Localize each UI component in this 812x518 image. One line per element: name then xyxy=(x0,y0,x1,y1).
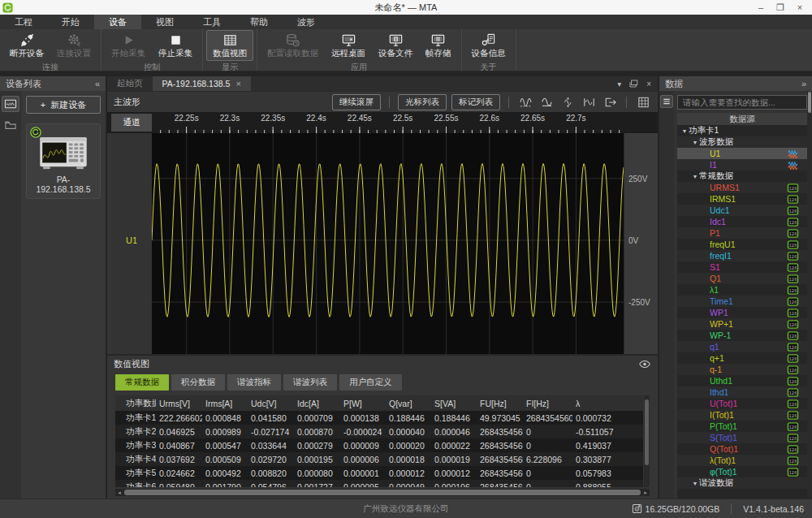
table-vertical-scrollbar[interactable] xyxy=(644,395,650,487)
cell-value: 0.000106 xyxy=(431,482,477,488)
numeric-tab-谐波指标[interactable]: 谐波指标 xyxy=(227,374,281,391)
tree-item-q+1[interactable]: q+1126 xyxy=(677,352,807,364)
tree-item-IRMS1[interactable]: IRMS1126 xyxy=(677,193,807,205)
ribbon-button-设备信息[interactable]: 设备信息 xyxy=(465,30,512,61)
tree-item-Uthd1[interactable]: Uthd1126 xyxy=(677,375,807,386)
app-window: 未命名* — MTA – ❐ × 工程开始设备视图工具帮助波形 断开设备连接设置… xyxy=(0,0,812,518)
ribbon-button-帧存储[interactable]: 帧存储 xyxy=(419,30,458,61)
data-source-list-icon[interactable] xyxy=(660,95,673,108)
menu-item-帮助[interactable]: 帮助 xyxy=(235,15,283,29)
tree-item-I1[interactable]: I1 xyxy=(677,159,807,171)
numeric-tab-用户自定义[interactable]: 用户自定义 xyxy=(339,374,402,391)
tree-item-λ(Tot)1[interactable]: λ(Tot)1126 xyxy=(677,455,807,466)
tree-item-P(Tot)1[interactable]: P(Tot)1126 xyxy=(677,421,807,432)
tree-item-q1[interactable]: q1126 xyxy=(677,341,807,352)
ribbon-button-停止采集[interactable]: 停止采集 xyxy=(152,30,199,61)
menu-item-工程[interactable]: 工程 xyxy=(0,15,47,29)
table-row-功率卡5[interactable]: 功率卡50.0246620.0004920.0088200.0000800.00… xyxy=(115,466,643,480)
device-folder-icon[interactable] xyxy=(2,117,19,133)
device-view-icon[interactable] xyxy=(2,96,19,112)
expand-panel-icon[interactable]: » xyxy=(801,79,806,88)
wave-button-光标列表[interactable]: 光标列表 xyxy=(398,94,447,110)
menu-item-设备[interactable]: 设备 xyxy=(94,15,141,29)
scroll-right-arrow-icon[interactable]: ▸ xyxy=(641,489,650,496)
tab-close-icon[interactable]: × xyxy=(235,79,240,88)
menu-item-开始[interactable]: 开始 xyxy=(47,15,94,29)
cell-value: 0.024662 xyxy=(156,468,202,478)
tree-item-φ(Tot)1[interactable]: φ(Tot)1126 xyxy=(677,466,807,477)
tree-item-Idc1[interactable]: Idc1126 xyxy=(677,216,807,227)
tree-item-URMS1[interactable]: URMS1126 xyxy=(677,182,807,193)
table-horizontal-scrollbar[interactable]: ◂ ▸ xyxy=(115,489,650,496)
tree-scroll-thumb[interactable] xyxy=(808,92,811,113)
expand-arrow-icon[interactable]: ▼ xyxy=(691,140,699,145)
tree-item-波形数据[interactable]: ▼波形数据 xyxy=(677,136,807,148)
ribbon-button-远程桌面[interactable]: 远程桌面 xyxy=(325,30,372,61)
tree-item-q-1[interactable]: q-1126 xyxy=(677,364,807,375)
ribbon-button-设备文件[interactable]: 设备文件 xyxy=(372,30,419,61)
wave-button-标记列表[interactable]: 标记列表 xyxy=(451,94,500,110)
close-button[interactable]: × xyxy=(791,1,809,14)
expand-arrow-icon[interactable]: ▼ xyxy=(680,128,689,134)
fit-horizontal-icon[interactable] xyxy=(517,95,533,110)
table-row-功率卡1[interactable]: 功率卡1222.2666020.0008480.0415800.0007090.… xyxy=(115,411,643,425)
device-card[interactable]: PA-192.168.138.5 xyxy=(26,123,101,199)
numeric-tab-谐波列表[interactable]: 谐波列表 xyxy=(283,374,337,391)
tree-item-Time1[interactable]: Time1126 xyxy=(677,296,807,307)
expand-arrow-icon[interactable]: ▼ xyxy=(691,481,699,486)
tab-bar-close-icon[interactable]: × xyxy=(646,80,651,88)
tree-item-WP1[interactable]: WP1126 xyxy=(677,307,807,318)
thumbnail-grid-icon[interactable] xyxy=(635,95,651,110)
tree-item-P1[interactable]: P1126 xyxy=(677,227,807,239)
tree-item-S(Tot)1[interactable]: S(Tot)1126 xyxy=(677,432,807,443)
tree-item-常规数据[interactable]: ▼常规数据 xyxy=(677,171,807,182)
float-window-icon[interactable] xyxy=(628,79,639,88)
tree-item-freqU1[interactable]: freqU1126 xyxy=(677,239,807,250)
fit-vertical-icon[interactable] xyxy=(538,95,555,110)
numeric-tab-常规数据[interactable]: 常规数据 xyxy=(115,374,169,391)
tree-item-Q1[interactable]: Q1126 xyxy=(677,273,807,284)
data-search-input[interactable] xyxy=(677,95,807,110)
table-row-功率卡2[interactable]: 功率卡20.0469250.000989-0.0271740.000870-0.… xyxy=(115,425,643,438)
menu-item-工具[interactable]: 工具 xyxy=(188,15,235,29)
tree-item-WP+1[interactable]: WP+1126 xyxy=(677,318,807,330)
minimize-button[interactable]: – xyxy=(752,1,770,14)
table-row-功率卡6[interactable]: 功率卡60.0594800.0017900.0547960.0017270.00… xyxy=(115,480,643,487)
table-hscroll-thumb[interactable] xyxy=(124,490,641,495)
tree-item-S1[interactable]: S1126 xyxy=(677,261,807,273)
document-tab-PA-192.168.138.5[interactable]: PA-192.168.138.5× xyxy=(153,76,251,91)
wave-button-继续滚屏[interactable]: 继续滚屏 xyxy=(332,94,381,110)
menu-item-波形[interactable]: 波形 xyxy=(283,15,330,29)
table-row-功率卡3[interactable]: 功率卡30.0408670.0005470.0336440.0002790.00… xyxy=(115,438,643,452)
expand-arrow-icon[interactable]: ▼ xyxy=(691,174,699,179)
export-icon[interactable] xyxy=(602,95,618,110)
menu-item-视图[interactable]: 视图 xyxy=(141,15,188,29)
tree-item-U1[interactable]: U1 xyxy=(677,148,807,159)
tree-item-λ1[interactable]: λ1126 xyxy=(677,284,807,296)
table-vscroll-thumb[interactable] xyxy=(645,399,649,465)
tree-item-WP-1[interactable]: WP-1126 xyxy=(677,330,807,341)
maximize-button[interactable]: ❐ xyxy=(771,1,789,14)
tree-item-功率卡1[interactable]: ▼功率卡1 xyxy=(677,125,807,136)
tree-item-Ithd1[interactable]: Ithd1126 xyxy=(677,386,807,398)
tree-item-谐波数据[interactable]: ▼谐波数据 xyxy=(677,477,807,489)
ribbon-button-数值视图[interactable]: 数值视图 xyxy=(206,30,253,61)
numeric-tab-积分数据[interactable]: 积分数据 xyxy=(171,374,225,391)
table-row-功率卡4[interactable]: 功率卡40.0376920.0005090.0297200.0001950.00… xyxy=(115,452,643,466)
tree-item-I(Tot)1[interactable]: I(Tot)1126 xyxy=(677,409,807,421)
collapse-panel-icon[interactable]: « xyxy=(95,79,100,88)
tree-item-Udc1[interactable]: Udc1126 xyxy=(677,205,807,216)
tab-dropdown-icon[interactable]: ▾ xyxy=(617,80,621,88)
scroll-left-arrow-icon[interactable]: ◂ xyxy=(115,489,123,496)
cursor-measure-icon[interactable] xyxy=(581,95,597,110)
ribbon-button-断开设备[interactable]: 断开设备 xyxy=(3,30,50,61)
new-device-button[interactable]: + 新建设备 xyxy=(26,96,101,114)
tree-item-U(Tot)1[interactable]: U(Tot)1126 xyxy=(677,398,807,409)
visibility-eye-icon[interactable] xyxy=(638,360,651,369)
tree-scrollbar[interactable] xyxy=(807,91,812,499)
auto-scale-icon[interactable] xyxy=(559,95,576,110)
tree-item-freqI1[interactable]: freqI1126 xyxy=(677,250,807,261)
tree-item-Q(Tot)1[interactable]: Q(Tot)1126 xyxy=(677,443,807,455)
waveform-plot[interactable] xyxy=(152,133,624,354)
document-tab-起始页[interactable]: 起始页 xyxy=(107,76,153,91)
